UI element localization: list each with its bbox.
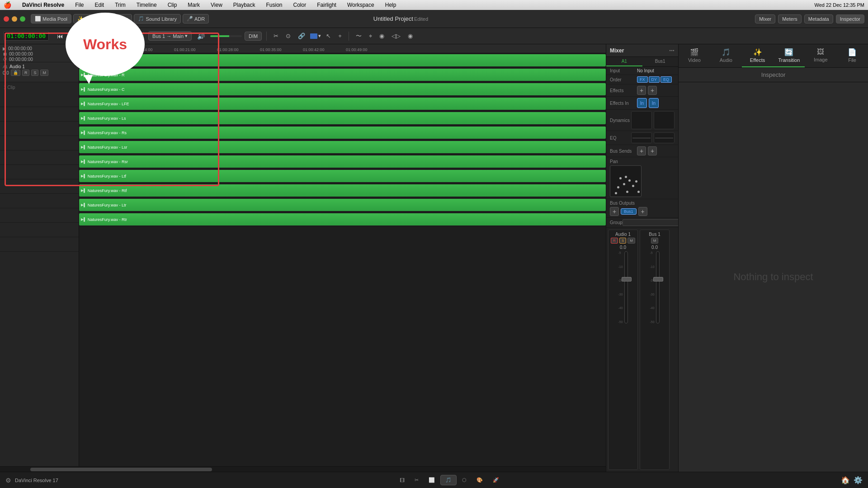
cut-tool[interactable]: ✂ (271, 31, 281, 41)
order-eq-btn[interactable]: EQ (660, 76, 672, 83)
workspace-cut-btn[interactable]: ✂ (410, 475, 423, 485)
menu-edit[interactable]: Edit (93, 1, 106, 9)
track-lock-btn[interactable]: 🔒 (11, 70, 20, 76)
mixer-btn[interactable]: Mixer (755, 14, 775, 23)
scrollbar-thumb[interactable] (30, 468, 212, 471)
menu-fusion[interactable]: Fusion (264, 1, 284, 9)
pan-grid[interactable] (610, 165, 642, 197)
media-pool-btn[interactable]: ⬜ Media Pool (31, 14, 71, 23)
bus-output-add-btn[interactable]: + (610, 207, 619, 216)
order-dy-btn[interactable]: DY (649, 76, 660, 83)
order-fx-btn[interactable]: FX (637, 76, 648, 83)
stop-btn[interactable]: ⏹ (99, 31, 111, 41)
channel-a1-fader-track[interactable] (624, 251, 628, 324)
channel-a1-m-btn[interactable]: M (627, 238, 635, 244)
workspace-deliver-btn[interactable]: 🚀 (488, 475, 504, 485)
inspector-tab-effects[interactable]: ✨ Effects (742, 44, 774, 67)
menu-view[interactable]: View (209, 1, 224, 9)
audio-clip-8[interactable]: NaturesFury.wav - Ltf (79, 170, 606, 182)
workspace-edit-btn[interactable]: ⬜ (424, 475, 439, 485)
audio-clip-3[interactable]: NaturesFury.wav - LFE (79, 98, 606, 110)
waveform-btn[interactable]: 〜 (354, 31, 364, 42)
inspector-tab-file[interactable]: 📄 File (836, 44, 868, 67)
menu-workspace[interactable]: Workspace (345, 1, 376, 9)
maximize-button[interactable] (20, 16, 25, 22)
mixer-group-input[interactable] (623, 219, 678, 226)
audio-clip-11[interactable]: NaturesFury.wav - Rtr (79, 213, 606, 225)
adr-btn[interactable]: 🎤 ADR (183, 14, 209, 23)
audio-clip-6[interactable]: NaturesFury.wav - Lsr (79, 141, 606, 153)
select-btn[interactable]: ↖ (324, 31, 333, 41)
audio-clip-2[interactable]: NaturesFury.wav - C (79, 83, 606, 95)
track-s-btn[interactable]: S (31, 70, 38, 76)
track-r-btn[interactable]: R (22, 70, 30, 76)
menu-mark[interactable]: Mark (186, 1, 202, 9)
inspector-tab-transition[interactable]: 🔄 Transition (773, 44, 805, 67)
effects-add-bus-btn[interactable]: + (648, 86, 657, 95)
record-btn[interactable]: ⏺ (113, 31, 125, 41)
menu-fairlight[interactable]: Fairlight (315, 1, 338, 9)
flag-btn[interactable]: ◉ (406, 31, 415, 41)
menu-playback[interactable]: Playback (231, 1, 257, 9)
channel-bus1-fader-track[interactable] (656, 251, 660, 324)
effects-btn[interactable]: ✨ Effects (73, 14, 104, 23)
loop-btn[interactable]: ↺ (128, 31, 139, 41)
effects-add-a1-btn[interactable]: + (637, 86, 646, 95)
mixer-tab-a1[interactable]: A1 (606, 57, 642, 66)
blade-tool[interactable]: ⊙ (283, 31, 293, 41)
dim-btn[interactable]: DIM (245, 32, 262, 41)
menu-color[interactable]: Color (292, 1, 308, 9)
minimize-button[interactable] (12, 16, 17, 22)
bus-output-add2-btn[interactable]: + (638, 207, 647, 216)
menu-help[interactable]: Help (383, 1, 398, 9)
bus-selector[interactable]: Bus 1 → Main ▾ (148, 31, 192, 41)
metadata-btn[interactable]: Metadata (804, 14, 833, 23)
marker-btn[interactable]: ◉ (377, 31, 387, 41)
workspace-media-btn[interactable]: 🎞 (395, 476, 409, 485)
source-btn[interactable]: ◁▷ (389, 31, 403, 41)
menu-clip[interactable]: Clip (166, 1, 179, 9)
timeline-clips-area[interactable]: NaturesFury.wav - L NaturesFury.wav - R … (79, 53, 606, 466)
timecode-display[interactable]: 01:00:00:00 (4, 31, 49, 41)
inspector-tab-video[interactable]: 🎬 Video (679, 44, 710, 67)
menu-trim[interactable]: Trim (113, 1, 127, 9)
audio-clip-9[interactable]: NaturesFury.wav - Rtf (79, 184, 606, 197)
mixer-menu-btn[interactable]: ··· (669, 47, 675, 54)
menu-file[interactable]: File (73, 1, 85, 9)
menu-app[interactable]: DaVinci Resolve (20, 1, 66, 9)
timeline-scrollbar[interactable] (0, 466, 606, 472)
play-btn[interactable]: ▶ (85, 30, 96, 42)
mixer-tab-bus1[interactable]: Bus1 (642, 57, 679, 66)
effects-in-a1-btn[interactable]: In (637, 98, 647, 108)
channel-bus1-m-btn[interactable]: M (651, 238, 659, 244)
home-btn[interactable]: 🏠 (841, 476, 850, 484)
channel-a1-r-btn[interactable]: R (611, 238, 618, 244)
go-to-start-btn[interactable]: ⏮ (54, 31, 66, 41)
channel-a1-fader-handle[interactable] (622, 277, 632, 282)
inspector-tab-audio[interactable]: 🎵 Audio (710, 44, 742, 67)
link-tool[interactable]: 🔗 (296, 31, 307, 41)
bus-sends-add-btn[interactable]: + (637, 146, 646, 155)
close-button[interactable] (4, 16, 9, 22)
mute-btn[interactable]: 🔊 (194, 31, 208, 41)
apple-menu[interactable]: 🍎 (4, 1, 11, 9)
snap-btn[interactable]: ⌖ (367, 31, 374, 41)
inspector-tab-image[interactable]: 🖼 Image (805, 44, 836, 67)
volume-slider[interactable] (210, 35, 242, 37)
bus-sends-add2-btn[interactable]: + (648, 146, 657, 155)
meters-btn[interactable]: Meters (778, 14, 802, 23)
inspector-btn[interactable]: Inspector (836, 14, 864, 23)
track-m-btn[interactable]: M (40, 70, 48, 76)
workspace-fairlight-btn[interactable]: 🎵 (440, 475, 457, 485)
workspace-color-btn[interactable]: 🎨 (472, 475, 487, 485)
step-back-btn[interactable]: ⏪ (69, 31, 82, 41)
audio-clip-10[interactable]: NaturesFury.wav - Ltr (79, 199, 606, 211)
audio-clip-0[interactable]: NaturesFury.wav - L (79, 54, 606, 66)
audio-clip-4[interactable]: NaturesFury.wav - Ls (79, 112, 606, 124)
audio-clip-5[interactable]: NaturesFury.wav - Rs (79, 127, 606, 139)
sound-library-btn[interactable]: 🎵 Sound Library (134, 14, 181, 23)
workspace-fusion-btn[interactable]: ⬡ (458, 475, 471, 485)
channel-a1-s-btn[interactable]: S (619, 238, 626, 244)
bus-output-tag[interactable]: Bus1 (621, 208, 637, 215)
add-btn[interactable]: + (336, 31, 344, 41)
